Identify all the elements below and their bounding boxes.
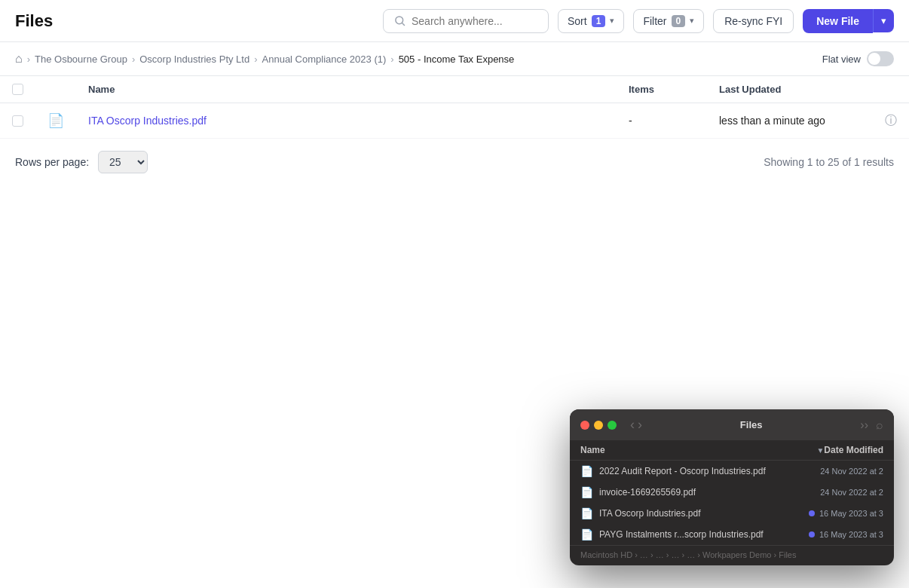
new-file-button[interactable]: New File [803, 9, 873, 33]
filter-label: Filter [643, 15, 666, 27]
showing-text: Showing 1 to 25 of 1 results [764, 156, 894, 168]
header-checkbox-col [0, 76, 35, 103]
pagination-bar: Rows per page: 25 50 100 Showing 1 to 25… [0, 139, 909, 185]
toggle-knob [868, 53, 880, 65]
breadcrumb-sep-3: › [390, 54, 393, 65]
sort-button[interactable]: Sort 1 ▾ [558, 9, 624, 33]
search-input[interactable] [412, 15, 532, 27]
header-name: Name [76, 76, 617, 103]
file-link[interactable]: ITA Oscorp Industries.pdf [88, 115, 207, 127]
breadcrumb-item-0[interactable]: The Osbourne Group [35, 54, 127, 65]
table-row: 📄 ITA Oscorp Industries.pdf - less than … [0, 103, 909, 139]
file-icon: 📄 [47, 113, 64, 128]
flat-view-switch[interactable] [867, 51, 894, 66]
row-items-cell: - [617, 103, 707, 139]
header-updated: Last Updated [707, 76, 873, 103]
row-name-cell: ITA Oscorp Industries.pdf [76, 103, 617, 139]
new-file-chevron-button[interactable]: ▾ [873, 9, 894, 32]
breadcrumb-sep-2: › [254, 54, 257, 65]
row-checkbox-cell [0, 103, 35, 139]
breadcrumb-item-1[interactable]: Oscorp Industries Pty Ltd [139, 54, 249, 65]
svg-line-1 [402, 23, 405, 26]
select-all-checkbox[interactable] [12, 84, 23, 95]
breadcrumb-item-2[interactable]: Annual Compliance 2023 (1) [262, 54, 387, 65]
filter-chevron-icon: ▾ [690, 16, 694, 26]
search-icon [394, 15, 406, 26]
rows-select[interactable]: 25 50 100 [98, 151, 148, 173]
flat-view-toggle: Flat view [822, 51, 894, 66]
top-bar: Files Sort 1 ▾ Filter 0 ▾ Re-sync FYI Ne… [0, 0, 909, 42]
home-icon[interactable]: ⌂ [15, 52, 23, 66]
info-icon[interactable]: ⓘ [885, 114, 897, 127]
page-title: Files [15, 11, 53, 31]
filter-button[interactable]: Filter 0 ▾ [633, 9, 704, 33]
row-checkbox[interactable] [12, 115, 23, 127]
row-actions-cell: ⓘ [873, 103, 909, 139]
breadcrumb: ⌂ › The Osbourne Group › Oscorp Industri… [0, 42, 909, 76]
rows-label: Rows per page: [15, 156, 89, 168]
header-icon-col [35, 76, 76, 103]
row-updated-cell: less than a minute ago [707, 103, 873, 139]
sort-chevron-icon: ▾ [610, 16, 614, 26]
resync-button[interactable]: Re-sync FYI [713, 9, 794, 33]
rows-per-page: Rows per page: 25 50 100 [15, 151, 148, 173]
row-icon-cell: 📄 [35, 103, 76, 139]
table-header-row: Name Items Last Updated [0, 76, 909, 103]
new-file-group: New File ▾ [803, 9, 894, 33]
flat-view-label: Flat view [822, 54, 861, 65]
header-actions [873, 76, 909, 103]
sort-badge: 1 [592, 15, 606, 27]
resync-label: Re-sync FYI [724, 15, 782, 27]
sort-label: Sort [568, 15, 587, 27]
header-items: Items [617, 76, 707, 103]
search-box[interactable] [383, 9, 549, 33]
breadcrumb-item-3[interactable]: 505 - Income Tax Expense [399, 54, 515, 65]
breadcrumb-sep-1: › [132, 54, 135, 65]
filter-badge: 0 [672, 15, 686, 27]
file-table: Name Items Last Updated 📄 ITA Oscorp Ind… [0, 76, 909, 139]
breadcrumb-sep-0: › [27, 54, 30, 65]
